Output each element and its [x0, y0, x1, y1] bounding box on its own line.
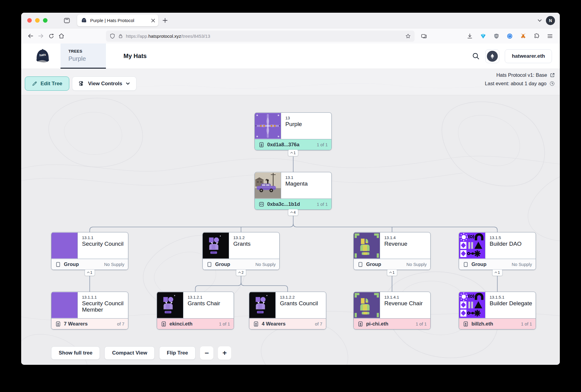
wearer-badge-icon: [463, 321, 469, 327]
home-button[interactable]: [56, 31, 67, 41]
tracking-shield-icon[interactable]: [110, 33, 115, 39]
hat-node-13-1-4-1[interactable]: 13.1.4.1 Revenue Chair pi-chi.eth 1 of 1: [353, 292, 431, 329]
hat-node-13-1-1[interactable]: 13.1.1 Security Council Group No Supply …: [51, 232, 128, 270]
hat-node-13[interactable]: 13 Purple 0xd1a8...376a 1 of 1 1: [254, 112, 332, 150]
footer-label: Group: [215, 261, 230, 267]
network-info[interactable]: Hats Protocol v1: Base: [496, 72, 555, 78]
reload-button[interactable]: [46, 31, 56, 41]
hat-footer: Group No Supply: [51, 259, 128, 270]
contract-code-icon: [258, 201, 264, 207]
hat-id: 13.1.4.1: [384, 295, 423, 300]
footer-label: Group: [366, 261, 381, 267]
supply-count: 1 of 1: [521, 322, 532, 326]
tab-title: Purple | Hats Protocol: [90, 18, 151, 23]
supply-count: of 7: [315, 322, 322, 326]
hat-name: Builder DAO: [490, 241, 522, 247]
wearer-address: 0xd1a8...376a: [267, 142, 299, 147]
hat-id: 13.1.1: [82, 235, 123, 240]
collapse-pill[interactable]: 1: [492, 269, 503, 276]
footer-label: Group: [64, 261, 79, 267]
hat-id: 13: [285, 116, 302, 120]
ethereum-icon: [487, 51, 498, 62]
wearer-badge-icon: [55, 321, 61, 327]
hat-node-13-1-5[interactable]: 13.1.5 Builder DAO Group No Supply 1: [459, 232, 536, 270]
hat-name: Purple: [285, 121, 302, 127]
collapse-pill[interactable]: 2: [236, 269, 246, 276]
hat-node-13-1-2[interactable]: 13.1.2 Grants Group No Supply 2: [202, 232, 280, 270]
last-event-label: Last event: about 1 day ago: [485, 81, 547, 86]
revenue-figure-art: [354, 292, 380, 318]
collapse-pill[interactable]: 1: [387, 269, 397, 276]
hats-logo[interactable]: [33, 47, 52, 65]
bookmark-star-icon[interactable]: [405, 33, 411, 39]
chevron-up-icon: [87, 272, 89, 274]
search-icon[interactable]: [472, 52, 480, 60]
new-tab-button[interactable]: [162, 18, 168, 23]
view-controls-button[interactable]: View Controls: [72, 76, 136, 91]
lock-icon[interactable]: [118, 34, 123, 39]
purple-solid-art: [51, 232, 78, 259]
extensions-puzzle-icon[interactable]: [533, 33, 540, 39]
collapse-pill[interactable]: 1: [288, 150, 298, 156]
url-text: https://app.hatsprotocol.xyz/trees/8453/…: [126, 34, 210, 39]
hat-id: 13.1.5.1: [490, 295, 532, 300]
browser-toolbar: https://app.hatsprotocol.xyz/trees/8453/…: [21, 28, 560, 44]
hat-name: Grants Council: [280, 300, 318, 306]
purple-fractal-art: [255, 113, 281, 139]
tab-close-icon[interactable]: [151, 18, 155, 23]
pencil-icon: [32, 81, 38, 86]
grants-figure-art: [157, 292, 183, 318]
vpn-extension-icon[interactable]: [480, 33, 486, 39]
password-manager-icon[interactable]: [507, 33, 513, 39]
screenshot-device-icon[interactable]: [419, 31, 429, 41]
show-full-tree-button[interactable]: Show full tree: [51, 346, 100, 360]
firefox-view-icon[interactable]: [63, 17, 71, 24]
tab-trees-purple[interactable]: TREES Purple: [61, 44, 106, 69]
back-button[interactable]: [25, 31, 36, 41]
hat-node-13-1-5-1[interactable]: 13.1.5.1 Builder Delegate billzh.eth 1 o…: [459, 292, 536, 329]
hat-name: Builder Delegate: [490, 300, 532, 306]
supply-count: 1 of 1: [317, 142, 328, 147]
adblock-shield-icon[interactable]: UD: [493, 33, 500, 39]
hat-id: 13.1.2: [233, 235, 251, 240]
purple-solid-art: [51, 292, 78, 318]
wearer-name: billzh.eth: [471, 321, 493, 327]
minimize-window-button[interactable]: [35, 18, 40, 23]
zoom-out-button[interactable]: −: [200, 346, 213, 360]
edit-tree-label: Edit Tree: [41, 81, 62, 87]
network-ethereum-button[interactable]: [485, 49, 499, 63]
supply-count: 1 of 1: [416, 322, 427, 326]
downloads-icon[interactable]: [467, 33, 473, 39]
collapse-pill[interactable]: 1: [84, 269, 95, 276]
wearer-address: 0xba3c...1b1d: [267, 201, 300, 207]
group-icon: [357, 261, 363, 267]
url-bar[interactable]: https://app.hatsprotocol.xyz/trees/8453/…: [106, 31, 415, 42]
edit-tree-button[interactable]: Edit Tree: [25, 76, 69, 91]
collapse-pill[interactable]: 4: [288, 209, 298, 216]
close-window-button[interactable]: [27, 18, 32, 23]
list-all-tabs-icon[interactable]: [538, 18, 542, 22]
browser-account-avatar[interactable]: N: [546, 16, 555, 25]
hat-footer: Group No Supply: [459, 259, 536, 270]
metamask-icon[interactable]: [520, 33, 527, 39]
maximize-window-button[interactable]: [43, 18, 48, 23]
zoom-in-button[interactable]: +: [218, 346, 231, 360]
compact-view-button[interactable]: Compact View: [104, 346, 155, 360]
forward-button[interactable]: [36, 31, 46, 41]
browser-tab[interactable]: Purple | Hats Protocol: [77, 15, 158, 26]
menu-hamburger-icon[interactable]: [547, 33, 553, 39]
builder-symbols-art: [459, 292, 485, 318]
nav-my-hats[interactable]: My Hats: [123, 53, 147, 60]
hat-name: Security Council Member: [82, 300, 126, 313]
hat-node-13-1[interactable]: 13.1 Magenta 0xba3c...1b1d 1 of 1 4: [254, 172, 332, 210]
external-link-icon[interactable]: [550, 73, 555, 78]
flip-tree-button[interactable]: Flip Tree: [159, 346, 195, 360]
hat-node-13-1-1-1[interactable]: 13.1.1.1 Security Council Member 7 Weare…: [51, 292, 128, 329]
url-path: /trees/8453/13: [181, 34, 210, 39]
hat-node-13-1-2-2[interactable]: 13.1.2.2 Grants Council 4 Wearers of 7: [249, 292, 326, 329]
hat-footer: 7 Wearers of 7: [51, 318, 128, 329]
account-ens-name[interactable]: hatwearer.eth: [505, 49, 552, 63]
hat-node-13-1-4[interactable]: 13.1.4 Revenue Group No Supply 1: [353, 232, 431, 270]
supply-count: No Supply: [406, 262, 427, 267]
hat-node-13-1-2-1[interactable]: 13.1.2.1 Grants Chair ekinci.eth 1 of 1: [157, 292, 234, 329]
